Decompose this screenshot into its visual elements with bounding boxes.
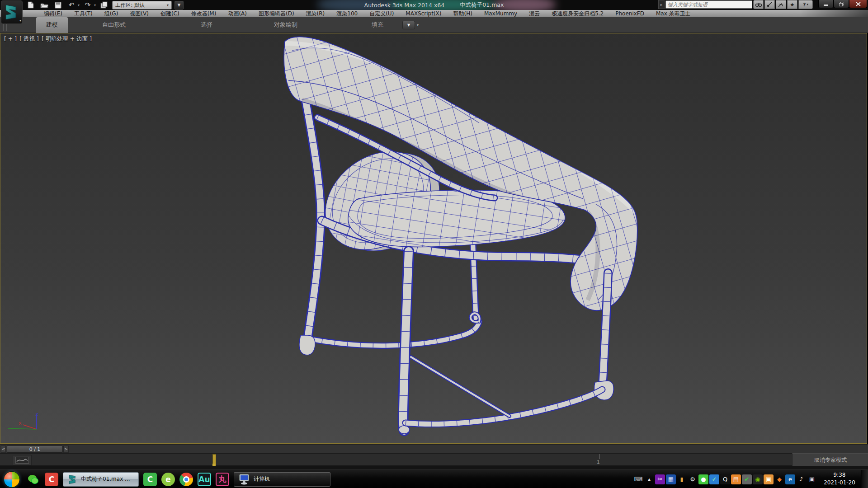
taskbar-icon-audition[interactable]: Au (198, 473, 211, 486)
tray-icon-qq[interactable]: Q (720, 474, 730, 484)
taskbar-icon-camtasia-recorder[interactable]: C (45, 473, 58, 486)
tray-icon-usb-drive[interactable]: ▮ (677, 474, 687, 484)
tray-icon-volume[interactable]: ♪ (796, 474, 806, 484)
menu-item[interactable]: MAXScript(X) (400, 10, 447, 17)
cancel-expert-mode-button[interactable]: 取消专家模式 (814, 456, 847, 464)
taskbar-icon-wechat[interactable] (27, 473, 40, 486)
menu-item[interactable]: 工具(T) (68, 10, 99, 17)
tray-icon-wechat-tray[interactable]: ● (698, 474, 708, 484)
search-input[interactable] (665, 0, 752, 9)
undo-caret-icon[interactable]: ▾ (78, 3, 80, 7)
redo-button[interactable]: ↷ (82, 1, 93, 9)
menu-item[interactable]: 极速瘦身安全归档5.2 (546, 10, 609, 17)
taskbar-window-computer[interactable]: 计算机 (234, 472, 330, 487)
mini-curve-editor-button[interactable] (13, 455, 32, 465)
save-file-button[interactable] (52, 1, 63, 9)
viewport-pov-menu[interactable]: [ 透视 ] (19, 35, 39, 43)
tray-icon-photo-viewer[interactable]: ▣ (764, 474, 774, 484)
new-file-button[interactable] (25, 1, 36, 9)
ribbon-overflow-caret-icon[interactable]: ▾ (417, 23, 419, 27)
ribbon-tab[interactable]: 建模 (36, 17, 68, 33)
open-file-button[interactable] (39, 1, 50, 9)
taskbar-icon-camtasia-studio[interactable]: C (143, 473, 157, 486)
project-folder-button[interactable] (99, 1, 109, 9)
search-icon[interactable] (753, 0, 764, 9)
undo-button[interactable]: ↶ (66, 1, 77, 9)
ribbon-tab[interactable]: 自由形式 (96, 18, 132, 32)
menu-item[interactable]: 帮助(H) (448, 10, 478, 17)
menu-item[interactable]: 组(G) (99, 10, 124, 17)
ribbon-minimize-button[interactable]: ▼ (402, 21, 415, 29)
close-button[interactable] (849, 0, 867, 8)
menu-item[interactable]: 修改器(M) (185, 10, 222, 17)
menubar: 编辑(E)工具(T)组(G)视图(V)创建(C)修改器(M)动画(A)图形编辑器… (0, 10, 868, 17)
track-bar[interactable]: 1 (0, 453, 792, 466)
taskbar-icons-mid: CeAu丸 (141, 473, 231, 486)
ribbon-overflow: ▼ ▾ (402, 21, 419, 29)
tray-icon-window-orange[interactable]: ▤ (731, 474, 741, 484)
redo-caret-icon[interactable]: ▾ (94, 3, 96, 7)
tray-icon-show-hidden[interactable]: ▴ (644, 474, 654, 484)
clock-time: 9:38 (820, 471, 859, 479)
tray-icon-system-tool[interactable]: ⚙ (688, 474, 698, 484)
application-menu-button[interactable]: ▾ (1, 0, 23, 24)
menu-item[interactable]: PhoenixFD (609, 10, 650, 17)
menu-item[interactable]: Max 杀毒卫士 (650, 10, 697, 17)
document-title: 中式椅子01.max (460, 1, 504, 9)
help-icon[interactable]: ? ▾ (798, 0, 813, 9)
time-slider-handle[interactable]: 0 / 1 (7, 446, 63, 453)
start-button[interactable] (4, 471, 20, 488)
ribbon-tab[interactable]: 填充 (365, 18, 390, 32)
help-caret-icon: ▾ (807, 3, 808, 6)
tray-icon-clip-tool[interactable]: ✂ (655, 474, 665, 484)
minimize-button[interactable] (818, 0, 834, 8)
perspective-viewport[interactable]: [ + ] [ 透视 ] [ 明暗处理 + 边面 ] z x (0, 33, 867, 444)
tray-icon-cad-tool[interactable]: ▦ (666, 474, 676, 484)
next-frame-button[interactable]: > (63, 446, 69, 453)
info-center-icon[interactable] (776, 0, 786, 9)
menu-item[interactable]: 渲染(R) (300, 10, 331, 17)
ribbon-tab[interactable]: 对象绘制 (268, 18, 304, 32)
menu-item[interactable]: 渲云 (523, 10, 546, 17)
menu-item[interactable]: 图形编辑器(D) (253, 10, 300, 17)
viewport-general-menu[interactable]: [ + ] (4, 35, 17, 43)
taskbar-icon-wanzi[interactable]: 丸 (216, 473, 229, 486)
ribbon-tab[interactable]: 选择 (194, 18, 219, 32)
menu-item[interactable]: 创建(C) (155, 10, 185, 17)
menu-item[interactable]: 渲染100 (330, 10, 363, 17)
world-axis-tripod: z x (3, 412, 53, 437)
favorites-star-icon[interactable]: ★ (787, 0, 797, 9)
menu-item[interactable]: 自定义(U) (363, 10, 400, 17)
tray-icon-eset[interactable]: e (785, 474, 795, 484)
taskbar-window-3dsmax[interactable]: 中式椅子01.max ... (63, 472, 139, 487)
track-bar-tick (599, 454, 599, 459)
previous-frame-button[interactable]: < (1, 446, 6, 453)
workspace-selector[interactable]: 工作区: 默认 ▾ (112, 1, 172, 9)
tray-icon-sync-ok[interactable]: ✓ (709, 474, 719, 484)
computer-icon (239, 474, 250, 485)
menu-item[interactable]: 动画(A) (222, 10, 253, 17)
ribbon-tab-row: 建模自由形式选择对象绘制填充 ▼ ▾ (0, 17, 868, 33)
viewport-shading-menu[interactable]: [ 明暗处理 + 边面 ] (42, 35, 92, 43)
menu-item[interactable]: 编辑(E) (38, 10, 68, 17)
ribbon-tabs: 建模自由形式选择对象绘制填充 (7, 17, 390, 33)
tray-icon-keyboard[interactable]: ⌨ (633, 474, 643, 484)
restore-button[interactable] (834, 0, 849, 8)
menu-item[interactable]: MaxMummy (478, 10, 523, 17)
search-history-button[interactable]: ▸ (658, 0, 665, 9)
taskbar-clock[interactable]: 9:38 2021-01-20 (820, 471, 859, 487)
tray-icon-network[interactable]: ▣ (807, 474, 817, 484)
qat-flyout-button[interactable]: ▼ (175, 1, 184, 9)
taskbar-icon-chrome[interactable] (179, 473, 193, 486)
communication-center-icon[interactable] (764, 0, 775, 9)
expert-mode-panel: 取消专家模式 (792, 453, 868, 466)
menu-item[interactable]: 视图(V) (124, 10, 155, 17)
tray-icon-usb-safe[interactable]: ✔ (742, 474, 752, 484)
taskbar-icon-browser-360[interactable]: e (161, 473, 175, 486)
taskbar-icons-left: C (24, 473, 61, 486)
tray-icon-nvidia[interactable]: ◉ (753, 474, 763, 484)
track-bar-frame-marker[interactable] (212, 454, 216, 465)
tray-icon-flame-tool[interactable]: ◆ (774, 474, 784, 484)
time-slider-track[interactable]: < 0 / 1 > (0, 444, 868, 454)
show-desktop-button[interactable] (861, 470, 868, 488)
